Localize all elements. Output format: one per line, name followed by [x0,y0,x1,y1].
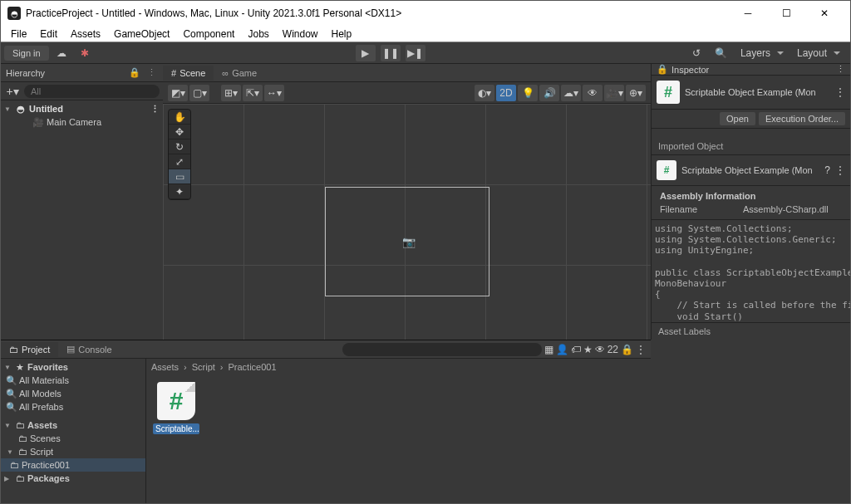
visibility-toggle[interactable]: 👁 [583,85,603,101]
tool-handle-button[interactable]: ↔▾ [264,85,284,101]
caret-down-icon: ▼ [4,422,12,429]
kebab-icon[interactable]: ⋮ [636,344,646,355]
pause-button[interactable]: ❚❚ [381,45,401,61]
menu-edit[interactable]: Edit [33,27,64,42]
close-button[interactable]: ✕ [805,1,844,26]
kebab-icon[interactable]: ⋮ [835,164,845,176]
snap-increment-button[interactable]: ⇱▾ [243,85,263,101]
assembly-info-header: Assembly Information [660,191,842,201]
menu-help[interactable]: Help [325,27,359,42]
menu-assets[interactable]: Assets [64,27,107,42]
scene-row[interactable]: ▼ ◓ Untitled ⋮ [1,102,163,115]
hierarchy-search-input[interactable] [24,85,160,98]
asset-label: Scriptable... [153,423,199,434]
favorite-item[interactable]: 🔍All Models [1,387,145,400]
open-button[interactable]: Open [720,112,755,125]
fx-toggle[interactable]: ☁▾ [561,85,581,101]
unity-icon: ◓ [7,7,21,20]
bug-icon[interactable]: ✱ [74,45,96,61]
favorite-filter-icon[interactable]: 👤 [556,344,568,355]
asset-labels-header: Asset Labels [652,322,850,340]
save-search-icon[interactable]: ★ [583,344,593,355]
tool-palette: ✋ ✥ ↻ ⤢ ▭ ✦ [168,109,191,200]
script-icon: # [657,160,676,180]
window-title: PracticeProject - Untitled - Windows, Ma… [26,7,401,19]
menu-window[interactable]: Window [276,27,325,42]
breadcrumb-item[interactable]: Assets [151,362,179,372]
2d-toggle[interactable]: 2D [496,85,516,101]
topbar: Sign in ☁ ✱ ▶ ❚❚ ▶❚ ↺ 🔍 Layers Layout [1,42,850,64]
favorite-item[interactable]: 🔍All Materials [1,374,145,387]
step-button[interactable]: ▶❚ [406,45,426,61]
folder-icon: 🗀 [9,345,18,355]
execution-order-button[interactable]: Execution Order... [759,112,845,125]
hand-tool[interactable]: ✋ [169,110,190,125]
draw-mode-button[interactable]: ▢▾ [189,85,209,101]
hidden-icon[interactable]: 👁 [595,344,605,355]
gameobject-row[interactable]: 🎥 Main Camera [1,115,163,129]
camera-gizmo-icon[interactable]: 📷 [402,236,416,248]
label-filter-icon[interactable]: 🏷 [571,344,581,355]
folder-row[interactable]: 🗀Practice001 [1,458,145,472]
play-button[interactable]: ▶ [356,45,376,61]
menu-gameobject[interactable]: GameObject [107,27,176,42]
kebab-icon[interactable]: ⋮ [836,64,845,75]
shading-mode-button[interactable]: ◩▾ [168,85,188,101]
folder-row[interactable]: 🗀Scenes [1,432,145,445]
search-icon[interactable]: 🔍 [711,45,732,61]
tab-scene[interactable]: #Scene [163,66,214,81]
cloud-icon[interactable]: ☁ [51,45,72,61]
audio-toggle[interactable]: 🔊 [539,85,559,101]
search-icon: 🔍 [7,402,17,412]
folder-row[interactable]: ▼🗀Script [1,445,145,458]
grid-snap-button[interactable]: ⊞▾ [221,85,241,101]
favorites-row[interactable]: ▼ ★ Favorites [1,360,145,374]
menu-component[interactable]: Component [176,27,241,42]
menu-file[interactable]: File [4,27,33,42]
kebab-icon[interactable]: ⋮ [145,66,158,80]
rect-tool[interactable]: ▭ [169,169,190,184]
imported-object-label: Imported Object [652,138,850,154]
kebab-icon[interactable]: ⋮ [835,86,845,98]
skybox-toggle[interactable]: ◐▾ [475,85,494,101]
layout-dropdown[interactable]: Layout [792,46,845,61]
lock-icon[interactable]: 🔒 [621,344,633,355]
tab-game[interactable]: ∞Game [214,66,265,81]
menubar: File Edit Assets GameObject Component Jo… [1,26,850,42]
maximize-button[interactable]: ☐ [767,1,805,26]
layers-dropdown[interactable]: Layers [735,46,789,61]
inspector-object-name: Scriptable Object Example (Mon [685,87,830,97]
search-filter-icon[interactable]: ▦ [544,344,553,355]
project-search-input[interactable] [342,343,542,356]
kebab-icon[interactable]: ⋮ [150,104,160,115]
lock-icon[interactable]: 🔒 [128,66,141,80]
packages-row[interactable]: ▶🗀Packages [1,472,145,485]
game-tab-icon: ∞ [222,68,229,78]
scene-tab-icon: # [171,68,176,78]
menu-jobs[interactable]: Jobs [241,27,275,42]
tab-console[interactable]: ▤Console [58,341,120,357]
rotate-tool[interactable]: ↻ [169,139,190,154]
tab-project[interactable]: 🗀Project [1,342,58,357]
hierarchy-add-button[interactable]: +▾ [4,85,21,98]
scene-view[interactable]: ✋ ✥ ↻ ⤢ ▭ ✦ 📷 [163,104,651,340]
undo-history-icon[interactable]: ↺ [686,45,707,61]
transform-tool[interactable]: ✦ [169,184,190,199]
scale-tool[interactable]: ⤢ [169,154,190,169]
camera-icon: 🎥 [32,116,44,128]
breadcrumb-item[interactable]: Script [192,362,215,372]
move-tool[interactable]: ✥ [169,125,190,139]
hierarchy-header: Hierarchy 🔒 ⋮ [1,64,163,82]
favorite-item[interactable]: 🔍All Prefabs [1,400,145,413]
signin-button[interactable]: Sign in [4,46,49,61]
lighting-toggle[interactable]: 💡 [518,85,538,101]
minimize-button[interactable]: ─ [729,1,767,26]
help-icon[interactable]: ? [824,164,830,176]
lock-icon[interactable]: 🔒 [657,64,668,75]
breadcrumb-item[interactable]: Practice001 [228,362,276,372]
asset-item[interactable]: # Scriptable... [153,382,199,434]
gizmos-button[interactable]: ⊕▾ [626,85,646,101]
camera-button[interactable]: 🎥▾ [604,85,624,101]
folder-icon: 🗀 [15,473,25,483]
assets-row[interactable]: ▼🗀Assets [1,418,145,432]
